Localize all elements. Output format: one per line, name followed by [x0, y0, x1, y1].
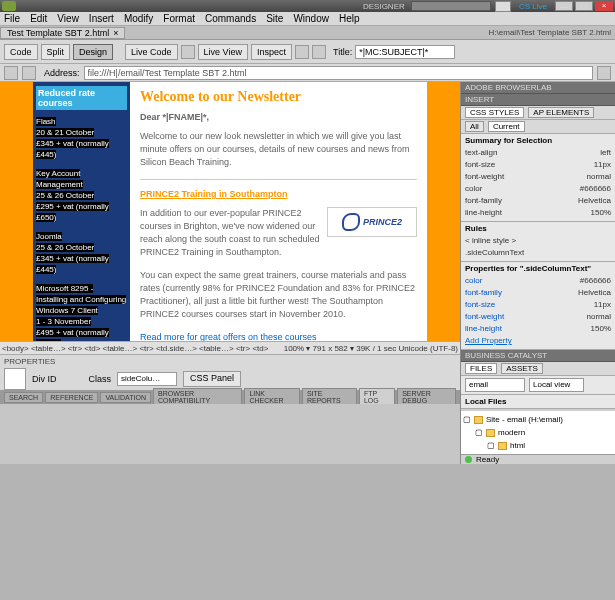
design-button[interactable]: Design — [73, 44, 113, 60]
menu-window[interactable]: Window — [293, 13, 329, 24]
css-row[interactable]: text-alignleft — [465, 147, 611, 159]
properties-panel: PROPERTIES Div ID Class sideColu… CSS Pa… — [0, 354, 460, 390]
css-row[interactable]: font-familyHelvetica — [465, 287, 611, 299]
course-date: 25 & 26 October — [36, 191, 94, 200]
menu-site[interactable]: Site — [266, 13, 283, 24]
tree-folder[interactable]: html — [510, 439, 525, 452]
window-minimize-button[interactable]: — — [555, 1, 573, 11]
section1-heading[interactable]: PRINCE2 Training in Southampton — [140, 188, 417, 201]
panel-business-catalyst[interactable]: BUSINESS CATALYST — [461, 350, 615, 362]
div-icon — [4, 368, 26, 390]
tree-root[interactable]: Site - email (H:\email) — [486, 413, 563, 426]
csspanel-button[interactable]: CSS Panel — [183, 371, 241, 387]
tab-search[interactable]: SEARCH — [4, 392, 43, 403]
document-tab-active[interactable]: Test Template SBT 2.html × — [0, 27, 125, 39]
readmore-link[interactable]: Read more for great offers on these cour… — [140, 332, 316, 341]
tab-ap-elements[interactable]: AP ELEMENTS — [528, 107, 594, 118]
menu-insert[interactable]: Insert — [89, 13, 114, 24]
live-view-button[interactable]: Live View — [198, 44, 248, 60]
view-select[interactable]: Local view — [529, 378, 584, 392]
workspace-label[interactable]: DESIGNER — [363, 2, 405, 11]
search-input[interactable] — [411, 1, 491, 11]
toolbar-icon-3[interactable] — [312, 45, 326, 59]
addr-icon-1[interactable] — [4, 66, 18, 80]
css-row[interactable]: font-weightnormal — [465, 171, 611, 183]
files-tree[interactable]: ▢Site - email (H:\email) ▢modern▢html▢im… — [461, 411, 615, 454]
toolbar-icon-1[interactable] — [181, 45, 195, 59]
document-tabs: Test Template SBT 2.html × H:\email\Test… — [0, 26, 615, 40]
menu-commands[interactable]: Commands — [205, 13, 256, 24]
address-input[interactable] — [84, 66, 593, 80]
css-all-button[interactable]: All — [465, 121, 484, 132]
course-price: £345 + vat (normally £445) — [36, 254, 109, 274]
panel-browserlab[interactable]: ADOBE BROWSERLAB — [461, 82, 615, 94]
props-title: Properties for ".sideColumnText" — [465, 264, 611, 273]
live-code-button[interactable]: Live Code — [125, 44, 178, 60]
document-tab-close-icon[interactable]: × — [113, 28, 118, 38]
code-button[interactable]: Code — [4, 44, 38, 60]
window-maximize-button[interactable]: □ — [575, 1, 593, 11]
cslive-link[interactable]: CS Live — [519, 2, 547, 11]
right-panels: ADOBE BROWSERLAB INSERT CSS STYLES AP EL… — [460, 82, 615, 464]
results-body — [0, 404, 460, 464]
menu-view[interactable]: View — [57, 13, 79, 24]
class-select[interactable]: sideColu… — [117, 372, 177, 386]
css-row[interactable]: .sideColumnText — [465, 247, 611, 259]
tab-validation[interactable]: VALIDATION — [100, 392, 151, 403]
course-name[interactable]: Key Account Management — [36, 169, 83, 189]
tab-files[interactable]: FILES — [465, 363, 497, 374]
panel-insert[interactable]: INSERT — [461, 94, 615, 106]
results-tabs: SEARCH REFERENCE VALIDATION BROWSER COMP… — [0, 390, 460, 404]
tab-reference[interactable]: REFERENCE — [45, 392, 98, 403]
title-field[interactable] — [355, 45, 455, 59]
course-name[interactable]: Microsoft 8295 - Installing and Configur… — [36, 284, 126, 315]
course-block: Flash20 & 21 October£345 + vat (normally… — [36, 116, 127, 160]
search-button[interactable]: O — [495, 1, 511, 12]
course-price: £345 + vat (normally £445) — [36, 139, 109, 159]
course-block: Microsoft 8295 - Installing and Configur… — [36, 283, 127, 341]
view-toolbar: Code Split Design Live Code Live View In… — [0, 40, 615, 64]
swirl-icon — [342, 213, 360, 231]
page-margin-right — [427, 82, 460, 341]
titlebar: DESIGNER O CS Live — □ × — [0, 0, 615, 12]
css-row[interactable]: font-familyHelvetica — [465, 195, 611, 207]
css-row[interactable]: < inline style > — [465, 235, 611, 247]
menu-format[interactable]: Format — [163, 13, 195, 24]
split-button[interactable]: Split — [41, 44, 71, 60]
inspect-button[interactable]: Inspect — [251, 44, 292, 60]
course-name[interactable]: Joomla — [36, 232, 62, 241]
css-row[interactable]: color#666666 — [465, 275, 611, 287]
menubar: File Edit View Insert Modify Format Comm… — [0, 12, 615, 26]
css-row[interactable]: line-height150% — [465, 323, 611, 335]
tab-assets[interactable]: ASSETS — [501, 363, 543, 374]
tree-folder[interactable]: modern — [498, 426, 525, 439]
css-row[interactable]: line-height150% — [465, 207, 611, 219]
site-select[interactable]: email — [465, 378, 525, 392]
css-row[interactable]: font-size11px — [465, 159, 611, 171]
course-name[interactable]: Flash — [36, 117, 56, 126]
course-price: £295 + vat (normally £650) — [36, 202, 109, 222]
css-row[interactable]: color#666666 — [465, 183, 611, 195]
status-dot-icon — [465, 456, 472, 463]
addr-icon-2[interactable] — [22, 66, 36, 80]
tag-path[interactable]: <body> <table…> <tr> <td> <table…> <tr> … — [2, 344, 284, 353]
menu-file[interactable]: File — [4, 13, 20, 24]
addr-icon-3[interactable] — [597, 66, 611, 80]
toolbar-icon-2[interactable] — [295, 45, 309, 59]
course-block: Key Account Management25 & 26 October£29… — [36, 168, 127, 223]
css-current-button[interactable]: Current — [488, 121, 525, 132]
menu-modify[interactable]: Modify — [124, 13, 153, 24]
course-price: £495 + vat (normally £1100) — [36, 328, 109, 341]
add-property-link[interactable]: Add Property — [465, 335, 512, 347]
tab-css-styles[interactable]: CSS STYLES — [465, 107, 524, 118]
menu-edit[interactable]: Edit — [30, 13, 47, 24]
menu-help[interactable]: Help — [339, 13, 360, 24]
greeting: Dear *|FNAME|*, — [140, 111, 417, 124]
css-row[interactable]: font-size11px — [465, 299, 611, 311]
files-statusbar: Ready — [461, 454, 615, 464]
newsletter-sidebar: Reduced rate courses Flash20 & 21 Octobe… — [33, 82, 130, 341]
address-bar: Address: — [0, 64, 615, 82]
window-close-button[interactable]: × — [595, 1, 613, 11]
design-viewport[interactable]: Reduced rate courses Flash20 & 21 Octobe… — [0, 82, 460, 341]
css-row[interactable]: font-weightnormal — [465, 311, 611, 323]
